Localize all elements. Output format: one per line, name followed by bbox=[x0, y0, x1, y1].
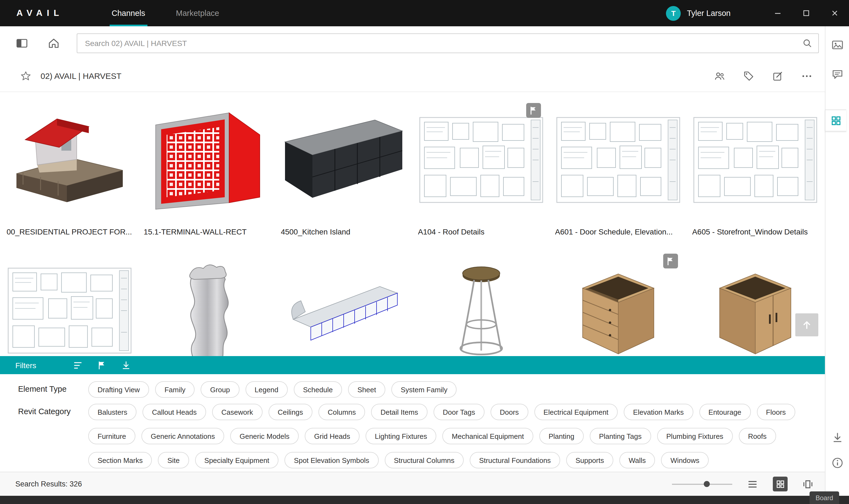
slider-thumb[interactable] bbox=[704, 481, 710, 487]
tags-button[interactable] bbox=[743, 70, 755, 82]
asset-card[interactable]: 00_RESIDENTIAL PROJECT FOR... bbox=[6, 101, 132, 236]
asset-card[interactable]: 15.1-TERMINAL-WALL-RECT bbox=[144, 101, 270, 236]
search-input[interactable] bbox=[84, 38, 802, 48]
asset-card[interactable]: A104 - Roof Details bbox=[418, 101, 544, 236]
titlebar: AVAIL Channels Marketplace T Tyler Larso… bbox=[0, 0, 849, 26]
download-filter-button[interactable] bbox=[121, 360, 131, 371]
flag-badge bbox=[663, 254, 678, 268]
revit-category-pill[interactable]: Site bbox=[158, 452, 189, 468]
flag-filter-button[interactable] bbox=[96, 360, 107, 371]
revit-category-pill[interactable]: Roofs bbox=[739, 428, 776, 444]
asset-card[interactable] bbox=[281, 251, 407, 369]
revit-category-pill[interactable]: Lighting Fixtures bbox=[366, 428, 437, 444]
revit-category-pill[interactable]: Casework bbox=[212, 404, 263, 420]
close-icon bbox=[830, 9, 839, 18]
thumbnail-size-slider[interactable] bbox=[672, 480, 732, 488]
revit-category-pill[interactable]: Ceilings bbox=[268, 404, 313, 420]
revit-category-pill[interactable]: Plumbing Fixtures bbox=[657, 428, 732, 444]
user-avatar[interactable]: T bbox=[666, 6, 681, 20]
filters-bar-label: Filters bbox=[15, 361, 36, 370]
search-button[interactable] bbox=[802, 38, 813, 49]
sheet-graphic bbox=[555, 116, 680, 203]
revit-category-pill[interactable]: Structural Columns bbox=[385, 452, 464, 468]
revit-category-pill[interactable]: Floors bbox=[757, 404, 795, 420]
carousel-view-button[interactable] bbox=[802, 478, 814, 490]
maximize-button[interactable] bbox=[792, 0, 820, 26]
revit-category-pill[interactable]: Section Marks bbox=[88, 452, 152, 468]
more-options-button[interactable] bbox=[801, 70, 813, 82]
asset-card[interactable]: 4500_Kitchen Island bbox=[281, 101, 407, 236]
board-button[interactable]: Board bbox=[810, 491, 839, 504]
search-box bbox=[77, 33, 819, 53]
revit-category-pill[interactable]: Furniture bbox=[88, 428, 135, 444]
sheet-graphic bbox=[7, 267, 132, 354]
comments-panel-button[interactable] bbox=[831, 68, 844, 81]
user-name[interactable]: Tyler Larson bbox=[687, 9, 731, 18]
asset-card[interactable] bbox=[144, 251, 270, 369]
revit-category-pill[interactable]: Generic Annotations bbox=[141, 428, 224, 444]
search-results-count: Search Results: 326 bbox=[15, 480, 82, 488]
revit-category-pill[interactable]: Spot Elevation Symbols bbox=[285, 452, 379, 468]
revit-category-pill[interactable]: Windows bbox=[661, 452, 709, 468]
download-panel-button[interactable] bbox=[831, 431, 844, 444]
flag-badge bbox=[526, 103, 541, 118]
media-panel-button[interactable] bbox=[831, 38, 844, 52]
revit-category-pill[interactable]: Mechanical Equipment bbox=[443, 428, 533, 444]
revit-category-pill[interactable]: Columns bbox=[318, 404, 365, 420]
revit-category-pill[interactable]: Generic Models bbox=[230, 428, 299, 444]
revit-category-pill[interactable]: Planting bbox=[539, 428, 584, 444]
grid-panel-tab-active[interactable] bbox=[825, 110, 846, 131]
scroll-top-button[interactable] bbox=[795, 313, 818, 336]
element-type-pill[interactable]: Schedule bbox=[294, 381, 342, 398]
home-button[interactable] bbox=[47, 37, 60, 50]
element-type-pill[interactable]: Family bbox=[155, 381, 195, 398]
tab-marketplace[interactable]: Marketplace bbox=[161, 0, 234, 26]
revit-category-pill[interactable]: Walls bbox=[619, 452, 655, 468]
element-type-pills: Drafting ViewFamilyGroupLegendScheduleSh… bbox=[88, 381, 457, 398]
titlebar-right: T Tyler Larson bbox=[666, 0, 849, 26]
asset-card[interactable] bbox=[418, 251, 544, 369]
revit-category-pill[interactable]: Structural Foundations bbox=[470, 452, 560, 468]
close-button[interactable] bbox=[820, 0, 849, 26]
asset-card[interactable]: A601 - Door Schedule, Elevation... bbox=[555, 101, 681, 236]
filters-panel: Element Type Drafting ViewFamilyGroupLeg… bbox=[0, 374, 825, 472]
info-button[interactable] bbox=[831, 456, 844, 469]
element-type-pill[interactable]: Legend bbox=[245, 381, 288, 398]
asset-title: A605 - Storefront_Window Details bbox=[692, 227, 818, 236]
asset-card[interactable] bbox=[6, 251, 132, 369]
revit-category-pill[interactable]: Elevation Marks bbox=[624, 404, 693, 420]
list-view-icon bbox=[746, 478, 759, 490]
element-type-pill[interactable]: Sheet bbox=[348, 381, 385, 398]
filters-bar[interactable]: Filters bbox=[0, 356, 825, 374]
filter-sort-button[interactable] bbox=[72, 360, 83, 371]
open-cabinet-thumbnail bbox=[555, 251, 681, 369]
minimize-button[interactable] bbox=[763, 0, 792, 26]
sidebar-toggle-button[interactable] bbox=[15, 37, 29, 50]
revit-category-pill[interactable]: Balusters bbox=[88, 404, 137, 420]
revit-category-pill[interactable]: Specialty Equipment bbox=[195, 452, 279, 468]
tab-channels[interactable]: Channels bbox=[96, 0, 161, 26]
search-icon bbox=[802, 38, 813, 49]
asset-card[interactable]: A605 - Storefront_Window Details bbox=[692, 101, 818, 236]
asset-card[interactable] bbox=[692, 251, 818, 369]
comment-icon bbox=[831, 68, 844, 81]
revit-category-pill[interactable]: Door Tags bbox=[434, 404, 484, 420]
favorite-star-button[interactable] bbox=[20, 70, 32, 82]
list-view-button[interactable] bbox=[746, 478, 759, 490]
element-type-row: Element Type Drafting ViewFamilyGroupLeg… bbox=[0, 381, 825, 398]
revit-category-pill[interactable]: Electrical Equipment bbox=[534, 404, 618, 420]
members-button[interactable] bbox=[714, 70, 726, 82]
grid-view-button[interactable] bbox=[773, 476, 788, 491]
revit-category-pill[interactable]: Supports bbox=[566, 452, 613, 468]
asset-card[interactable] bbox=[555, 251, 681, 369]
revit-category-pill[interactable]: Entourage bbox=[699, 404, 750, 420]
edit-button[interactable] bbox=[772, 70, 784, 82]
element-type-pill[interactable]: Group bbox=[201, 381, 239, 398]
revit-category-pill[interactable]: Grid Heads bbox=[305, 428, 359, 444]
revit-category-pill[interactable]: Planting Tags bbox=[590, 428, 651, 444]
revit-category-pill[interactable]: Detail Items bbox=[371, 404, 427, 420]
element-type-pill[interactable]: System Family bbox=[391, 381, 457, 398]
revit-category-pill[interactable]: Callout Heads bbox=[142, 404, 206, 420]
element-type-pill[interactable]: Drafting View bbox=[88, 381, 149, 398]
revit-category-pill[interactable]: Doors bbox=[491, 404, 528, 420]
